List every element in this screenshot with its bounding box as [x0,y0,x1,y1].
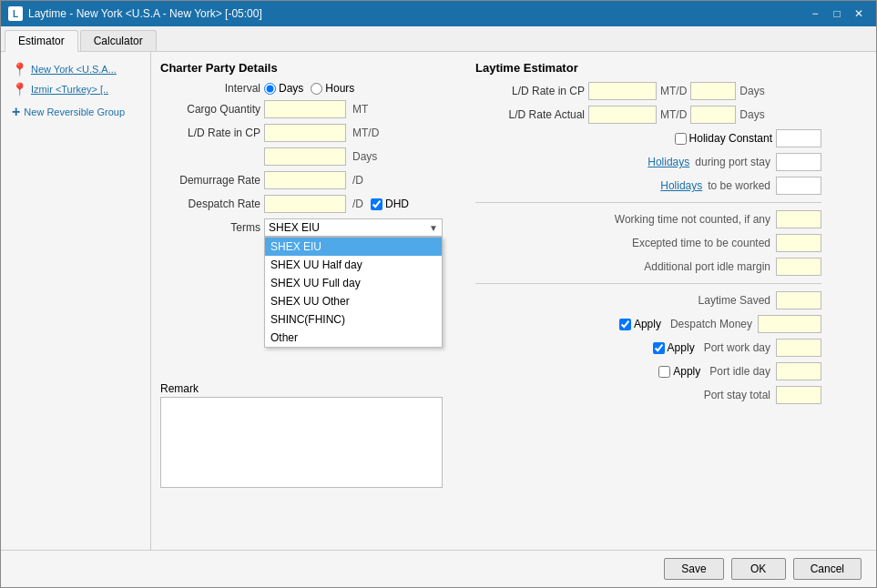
charter-party-title: Charter Party Details [160,61,461,75]
sidebar-item-izmir[interactable]: 📍 Izmir <Turkey> [.. [8,79,143,99]
port-work-apply-checkbox[interactable] [653,342,665,354]
sidebar: 📍 New York <U.S.A... 📍 Izmir <Turkey> [.… [1,52,151,550]
remark-label: Remark [160,382,461,395]
cargo-quantity-input[interactable]: 45,000.0 [264,100,346,118]
section-divider-1 [475,202,821,203]
holidays-port-stay-link[interactable]: Holidays [648,156,689,168]
despatch-rate-label: Despatch Rate [160,198,260,210]
port-idle-apply-label: Apply [673,365,700,378]
despatch-money-input[interactable]: 5,000.0 [758,315,821,333]
ld-days-row: 6.4 Days [160,147,461,166]
dhd-checkbox-container[interactable]: DHD [371,198,409,210]
working-time-input[interactable]: 0.5 [776,210,821,228]
remark-textarea[interactable] [160,397,443,488]
laytime-saved-input[interactable]: 0.5 [776,291,821,309]
lt-ld-rate-cp-input1[interactable]: 7,000.0 [588,82,657,100]
port-work-apply-container[interactable]: Apply [653,341,695,354]
despatch-apply-container[interactable]: Apply [619,318,661,330]
save-button[interactable]: Save [664,558,723,580]
cargo-quantity-suffix: MT [352,103,368,116]
port-idle-apply-container[interactable]: Apply [658,365,700,378]
terms-option-shex-eiu[interactable]: SHEX EIU [265,238,442,256]
terms-option-shinc[interactable]: SHINC(FHINC) [265,310,442,329]
interval-hours-label: Hours [325,82,354,95]
ok-button[interactable]: OK [731,558,786,580]
terms-dropdown-container: SHEX EIU ▼ SHEX EIU SHEX UU Half day SHE… [264,218,443,237]
dhd-checkbox[interactable] [371,198,382,210]
lt-ld-rate-cp-input2[interactable]: 6.4 [690,82,736,100]
ld-rate-cp-suffix: MT/D [352,127,379,139]
minimize-button[interactable]: − [805,5,825,23]
port-stay-total-label: Port stay total [704,389,770,401]
cancel-button[interactable]: Cancel [793,558,862,580]
interval-days-option[interactable]: Days [264,82,303,95]
tab-calculator[interactable]: Calculator [80,30,157,51]
additional-port-idle-input[interactable]: 0.0 [776,258,821,276]
maximize-button[interactable]: □ [827,5,847,23]
terms-selected-value: SHEX EIU [269,221,320,234]
tab-estimator[interactable]: Estimator [5,30,78,52]
ld-rate-cp-input[interactable]: 7,000.0 [264,124,346,142]
add-reversible-group[interactable]: + New Reversible Group [8,101,143,123]
laytime-estimator-title: Laytime Estimator [475,61,867,75]
port-stay-total-input[interactable]: 6.4 [776,386,821,404]
lt-ld-rate-actual-suffix1: MT/D [660,108,687,121]
interval-row: Interval Days Hours [160,82,461,95]
port-work-apply-label: Apply [668,341,695,354]
lt-ld-rate-cp-label: L/D Rate in CP [475,85,585,97]
interval-hours-option[interactable]: Hours [311,82,354,95]
terms-option-other[interactable]: Other [265,329,442,347]
terms-option-shex-uu-half[interactable]: SHEX UU Half day [265,256,442,274]
dhd-label: DHD [385,198,409,210]
port-idle-day-input[interactable]: 0.0 [776,362,821,380]
holiday-constant-label: Holiday Constant [689,132,772,145]
despatch-apply-checkbox[interactable] [619,319,631,330]
close-button[interactable]: ✕ [849,5,869,23]
excepted-time-row: Excepted time to be counted 0.5 [475,234,821,252]
terms-option-shex-uu-full[interactable]: SHEX UU Full day [265,274,442,292]
port-work-day-row: Apply Port work day 6.4 [475,339,821,357]
holiday-constant-checkbox-container[interactable]: Holiday Constant [675,132,772,145]
bottom-bar: Save OK Cancel [1,550,876,587]
holidays-worked-input[interactable]: 0.0 [776,177,821,195]
despatch-money-row: Apply Despatch Money 5,000.0 [475,315,821,333]
holiday-constant-checkbox[interactable] [675,133,687,145]
demurrage-rate-label: Demurrage Rate [160,174,260,187]
excepted-time-label: Excepted time to be counted [632,237,770,249]
main-panel: Charter Party Details Interval Days Hour… [151,52,876,550]
sidebar-label-izmir: Izmir <Turkey> [.. [31,84,108,95]
titlebar: L Laytime - New York <U.S.A - New York> … [1,1,876,26]
lt-ld-rate-actual-suffix2: Days [739,108,764,121]
panels-row: Charter Party Details Interval Days Hour… [160,61,867,491]
demurrage-rate-input[interactable]: 20,000.0 [264,171,346,189]
terms-dropdown[interactable]: SHEX EIU ▼ [264,218,443,237]
interval-days-radio[interactable] [264,83,276,95]
ld-days-input[interactable]: 6.4 [264,147,346,166]
sidebar-item-new-york[interactable]: 📍 New York <U.S.A... [8,59,143,79]
section-divider-2 [475,283,821,284]
lt-ld-rate-cp-suffix2: Days [739,85,764,97]
holidays-port-stay-input[interactable]: 0.0 [776,153,821,171]
lt-ld-rate-actual-input2[interactable]: 6.4 [690,106,736,124]
despatch-rate-input[interactable]: 10,000.0 [264,195,346,213]
lt-ld-rate-actual-label: L/D Rate Actual [475,108,585,121]
additional-port-idle-row: Additional port idle margin 0.0 [475,258,821,276]
additional-port-idle-label: Additional port idle margin [644,260,770,273]
ld-days-suffix: Days [352,150,377,163]
dropdown-arrow-icon: ▼ [429,223,438,233]
demurrage-rate-suffix: /D [352,174,363,187]
holidays-port-stay-label: during port stay [695,156,770,168]
port-work-day-input[interactable]: 6.4 [776,339,821,357]
terms-dropdown-menu: SHEX EIU SHEX UU Half day SHEX UU Full d… [264,237,443,348]
holiday-constant-input[interactable]: 0.0 [776,129,821,147]
main-window: L Laytime - New York <U.S.A - New York> … [0,0,877,588]
excepted-time-input[interactable]: 0.5 [776,234,821,252]
lt-ld-rate-actual-input1[interactable]: 7,000.0 [588,106,657,124]
terms-row: Terms SHEX EIU ▼ SHEX EIU SHEX UU Half d… [160,218,461,237]
interval-hours-radio[interactable] [311,83,322,95]
port-idle-apply-checkbox[interactable] [658,366,670,378]
terms-option-shex-uu-other[interactable]: SHEX UU Other [265,292,442,310]
holidays-worked-link[interactable]: Holidays [660,179,702,192]
add-icon: + [12,104,20,120]
port-stay-total-row: Port stay total 6.4 [475,386,821,404]
